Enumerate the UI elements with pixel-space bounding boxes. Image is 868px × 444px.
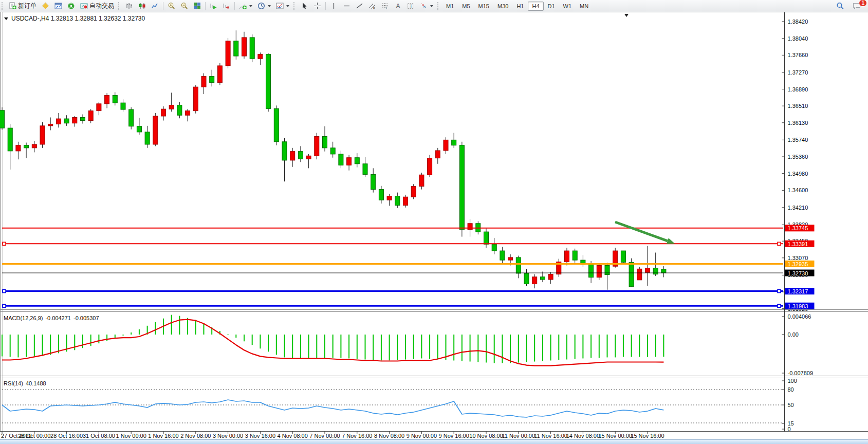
new-order-button[interactable]: 新订单 <box>6 1 39 11</box>
candle <box>121 103 125 109</box>
candle <box>48 124 53 125</box>
line-chart-button[interactable] <box>149 1 161 11</box>
chart-shift-icon <box>223 2 230 10</box>
candle <box>242 38 247 56</box>
autotrading-icon <box>80 2 88 10</box>
tab-timeframe-m1[interactable]: M1 <box>442 2 458 11</box>
price-tick-label: 1.34600 <box>788 187 808 193</box>
crosshair-button[interactable] <box>311 1 324 11</box>
templates-button[interactable] <box>273 1 292 11</box>
chart-window[interactable]: 1.384201.380401.376601.372701.368901.365… <box>0 12 868 444</box>
bar-chart-icon <box>125 2 133 10</box>
price-label-text: 1.33391 <box>788 241 808 247</box>
chart-canvas[interactable]: 1.384201.380401.376601.372701.368901.365… <box>0 12 868 444</box>
metaeditor-button[interactable] <box>39 1 52 11</box>
line-handle[interactable] <box>3 304 6 307</box>
tab-timeframe-m30[interactable]: M30 <box>493 2 512 11</box>
candle <box>234 41 238 56</box>
text-label-button[interactable]: T <box>404 1 417 11</box>
candle <box>565 251 569 262</box>
candle <box>161 109 166 116</box>
equidistant-channel-button[interactable]: E <box>366 1 379 11</box>
auto-scroll-icon <box>210 2 217 10</box>
candle <box>226 41 230 66</box>
candle <box>290 152 295 160</box>
macd-label: MACD(12,26,9)-0.004271-0.005307 <box>4 315 102 321</box>
line-handle[interactable] <box>778 242 781 245</box>
rsi-label: RSI(14)40.1488 <box>4 380 49 386</box>
tab-timeframe-mn[interactable]: MN <box>576 2 593 11</box>
candle <box>88 111 93 121</box>
trendline-button[interactable] <box>353 1 366 11</box>
templates-icon <box>276 2 284 10</box>
toolbar-grip <box>437 2 440 10</box>
arrows-button[interactable] <box>417 1 436 11</box>
autotrading-button[interactable]: 自动交易 <box>78 1 117 11</box>
price-tick-label: 1.35740 <box>788 137 808 143</box>
candle <box>468 224 472 230</box>
toolbar-separator <box>325 2 326 10</box>
candle <box>444 140 448 151</box>
tab-timeframe-m5[interactable]: M5 <box>458 2 474 11</box>
line-handle[interactable] <box>3 242 6 245</box>
candle <box>210 77 214 83</box>
macd-name: MACD(12,26,9) <box>4 315 43 321</box>
tab-timeframe-w1[interactable]: W1 <box>559 2 576 11</box>
auto-scroll-button[interactable] <box>207 1 220 11</box>
candle <box>363 164 367 175</box>
time-label: 1 Nov 16:00 <box>148 433 178 439</box>
time-label: 31 Oct 08:00 <box>83 433 115 439</box>
signals-button[interactable] <box>65 1 78 11</box>
indicators-button[interactable] <box>236 1 255 11</box>
chart-ohlc-title: USDCAD-,H4 1.32813 1.32881 1.32632 1.327… <box>4 15 145 22</box>
tab-timeframe-d1[interactable]: D1 <box>544 2 559 11</box>
time-label: 3 Nov 00:00 <box>213 433 243 439</box>
candle <box>411 187 416 197</box>
vertical-line-button[interactable] <box>327 1 340 11</box>
tab-timeframe-m15[interactable]: M15 <box>474 2 493 11</box>
search-button[interactable] <box>834 1 847 11</box>
tab-timeframe-h4[interactable]: H4 <box>528 2 543 11</box>
fibonacci-button[interactable]: F <box>379 1 392 11</box>
line-handle[interactable] <box>3 290 6 293</box>
zoom-out-button[interactable] <box>178 1 191 11</box>
chat-button[interactable]: 1 <box>850 1 864 11</box>
cursor-button[interactable] <box>298 1 311 11</box>
time-label: 28 Oct 16:00 <box>50 433 83 439</box>
trendline-icon <box>356 2 363 10</box>
line-chart-icon <box>151 2 159 10</box>
tile-windows-button[interactable] <box>191 1 204 11</box>
candle <box>629 262 634 286</box>
chart-shift-button[interactable] <box>220 1 233 11</box>
chevron-down-icon <box>249 5 252 7</box>
horizontal-line-button[interactable] <box>340 1 353 11</box>
tab-timeframe-h1[interactable]: H1 <box>512 2 528 11</box>
candlestick-chart-button[interactable] <box>136 1 149 11</box>
svg-text:F: F <box>386 6 388 10</box>
rsi-name: RSI(14) <box>4 380 23 386</box>
bar-chart-button[interactable] <box>123 1 136 11</box>
zoom-in-button[interactable] <box>165 1 178 11</box>
price-label-text: 1.32935 <box>788 261 808 267</box>
market-window-button[interactable] <box>52 1 65 11</box>
candle <box>177 105 182 115</box>
candle <box>516 257 521 273</box>
candle <box>81 118 85 121</box>
candle <box>572 251 577 260</box>
macd-main-value: -0.004271 <box>45 315 71 321</box>
line-handle[interactable] <box>778 304 781 307</box>
candle <box>250 38 254 59</box>
text-button[interactable]: A <box>392 1 404 11</box>
chat-badge: 1 <box>859 0 867 7</box>
symbol-dropdown-icon <box>4 17 8 20</box>
candle <box>137 126 141 132</box>
candle <box>0 110 5 128</box>
line-handle[interactable] <box>778 290 781 293</box>
time-label: 11 Nov 16:00 <box>534 433 567 439</box>
candle <box>605 265 610 274</box>
equidistant-channel-icon: E <box>368 2 376 10</box>
rsi-axis-label: 100 <box>788 378 797 384</box>
periods-button[interactable] <box>255 1 273 11</box>
macd-axis-label: 0.004066 <box>788 313 811 320</box>
cursor-icon <box>301 2 308 10</box>
